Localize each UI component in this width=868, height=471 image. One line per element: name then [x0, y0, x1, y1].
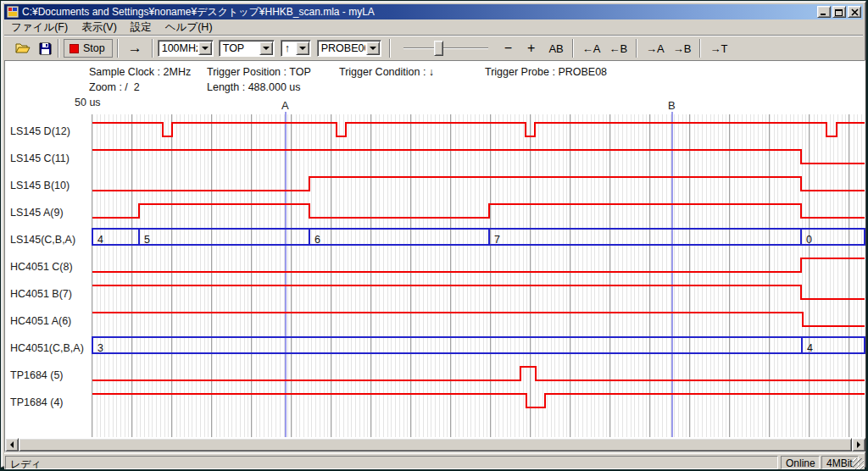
trigger-probe-combo[interactable]: PROBE00	[317, 40, 381, 57]
toolbar-separator	[152, 39, 153, 58]
bus-value: 4	[807, 342, 813, 354]
length-info: Length : 488.000 us	[207, 81, 301, 93]
tool-bar: Stop → 100MHz TOP ↑ PROBE00	[4, 36, 863, 60]
horizontal-scrollbar[interactable]	[5, 438, 865, 452]
maximize-button[interactable]	[832, 6, 846, 18]
goto-a-right-button[interactable]: →A	[642, 42, 669, 56]
online-status: Online	[781, 456, 820, 469]
sample-clock-info: Sample Clock : 2MHz	[89, 66, 191, 78]
open-folder-icon	[15, 42, 31, 54]
ab-button[interactable]: AB	[544, 42, 567, 56]
stop-label: Stop	[83, 42, 105, 54]
minimize-button[interactable]	[817, 6, 831, 18]
run-button[interactable]: →	[123, 40, 147, 57]
app-icon[interactable]	[7, 6, 19, 18]
status-bar: レディ Online 4MBit	[4, 453, 865, 469]
trigger-position-value: TOP	[220, 42, 259, 54]
toolbar-separator	[636, 39, 637, 58]
stop-icon	[70, 44, 79, 53]
menu-item-1[interactable]: 表示(V)	[75, 19, 124, 36]
chevron-down-icon[interactable]	[296, 42, 309, 55]
bus-value: 4	[97, 234, 103, 246]
channel-label: LS145 A(9)	[10, 206, 64, 219]
bus-value: 3	[97, 342, 103, 354]
resize-grip[interactable]	[853, 458, 864, 469]
close-icon	[851, 8, 859, 16]
scroll-left-button[interactable]	[5, 438, 19, 452]
zoom-out-button[interactable]: −	[500, 40, 516, 57]
trigger-probe-info: Trigger Probe : PROBE08	[485, 66, 607, 78]
triangle-right-icon	[857, 441, 860, 448]
bus-value: 6	[314, 234, 320, 246]
minimize-icon	[820, 8, 828, 16]
channel-label: LS145 C(11)	[10, 152, 70, 165]
trigger-edge-value: ↑	[281, 42, 295, 54]
menu-item-0[interactable]: ファイル(F)	[4, 19, 75, 36]
toolbar-separator	[699, 39, 701, 58]
save-button[interactable]	[36, 41, 53, 56]
marker-B-label: B	[668, 99, 676, 112]
sample-rate-value: 100MHz	[159, 42, 198, 54]
channel-label: TP1684 (5)	[10, 368, 64, 382]
channel-label: HC4051(C,B,A)	[10, 341, 84, 355]
bus-value: 5	[144, 234, 150, 246]
channel-label: HC4051 A(6)	[10, 314, 71, 328]
waveform-svg: AB4567034	[2, 95, 868, 439]
window-title: C:¥Documents and Settings¥noname¥デスクトップ¥…	[22, 5, 815, 19]
triangle-left-icon	[10, 441, 14, 448]
zoom-slider[interactable]	[403, 40, 488, 57]
trigger-probe-value: PROBE00	[318, 42, 365, 54]
bus-value: 7	[494, 234, 500, 246]
goto-a-left-button[interactable]: ←A	[578, 42, 605, 56]
toolbar-separator	[389, 39, 391, 58]
chevron-down-icon[interactable]	[366, 42, 380, 55]
trigger-position-combo[interactable]: TOP	[219, 40, 275, 57]
title-bar: C:¥Documents and Settings¥noname¥デスクトップ¥…	[4, 4, 863, 19]
zoom-in-button[interactable]: +	[523, 40, 539, 57]
channel-label: HC4051 C(8)	[10, 260, 73, 274]
save-floppy-icon	[39, 42, 52, 55]
menu-bar: ファイル(F)表示(V)設定ヘルプ(H)	[4, 19, 863, 36]
channel-label: LS145(C,B,A)	[10, 233, 75, 247]
chevron-down-icon[interactable]	[259, 42, 273, 55]
bus-value: 0	[806, 234, 812, 246]
menu-item-3[interactable]: ヘルプ(H)	[159, 19, 220, 36]
app-window: C:¥Documents and Settings¥noname¥デスクトップ¥…	[1, 1, 866, 468]
waveform-area: 50 us AB4567034LS145 D(12)LS145 C(11)LS1…	[2, 95, 868, 439]
marker-A-label: A	[281, 99, 289, 112]
trigger-edge-combo[interactable]: ↑	[281, 40, 311, 57]
channel-label: LS145 D(12)	[10, 125, 70, 138]
open-file-button[interactable]	[14, 41, 31, 56]
channel-label: LS145 B(10)	[10, 179, 70, 192]
toolbar-separator	[117, 39, 119, 58]
stop-button[interactable]: Stop	[64, 39, 113, 58]
menu-item-2[interactable]: 設定	[124, 19, 159, 36]
status-message: レディ	[5, 456, 778, 469]
chevron-down-icon[interactable]	[198, 42, 212, 55]
channel-label: HC4051 B(7)	[10, 287, 72, 301]
goto-b-right-button[interactable]: →B	[669, 42, 696, 56]
goto-b-left-button[interactable]: ←B	[604, 42, 632, 56]
scroll-right-button[interactable]	[852, 438, 865, 452]
zoom-info: Zoom : / 2	[89, 81, 140, 93]
close-button[interactable]	[848, 6, 861, 18]
toolbar-separator	[58, 39, 59, 58]
screen: C:¥Documents and Settings¥noname¥デスクトップ¥…	[0, 0, 868, 471]
scrollbar-thumb[interactable]	[19, 438, 852, 452]
trigger-position-info: Trigger Position : TOP	[207, 66, 311, 78]
zoom-slider-track[interactable]	[403, 47, 488, 49]
sample-rate-combo[interactable]: 100MHz	[158, 40, 214, 57]
goto-trigger-button[interactable]: →T	[705, 42, 732, 56]
channel-label: TP1684 (4)	[10, 396, 64, 409]
zoom-slider-thumb[interactable]	[434, 41, 443, 56]
toolbar-separator	[572, 39, 574, 58]
trigger-condition-info: Trigger Condition : ↓	[339, 66, 434, 78]
maximize-icon	[835, 8, 843, 16]
